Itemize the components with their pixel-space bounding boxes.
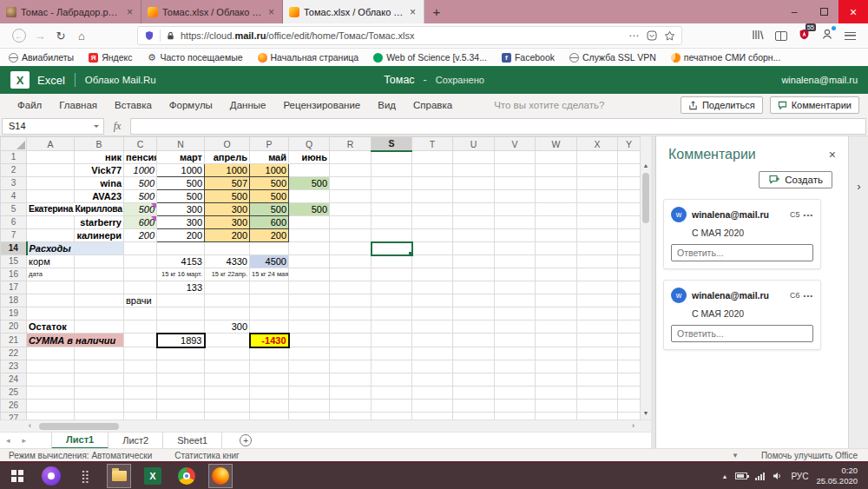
cell-S15[interactable] [372, 255, 412, 268]
cell-U5[interactable] [453, 203, 495, 216]
cell-C25[interactable] [124, 387, 157, 400]
bookmark-item[interactable]: ⚙Часто посещаемые [147, 52, 242, 63]
cell-U2[interactable] [453, 164, 495, 177]
column-header-X[interactable]: X [577, 137, 618, 151]
cell-B17[interactable] [75, 281, 124, 294]
cell-X27[interactable] [577, 413, 618, 420]
cell-N22[interactable] [157, 347, 205, 360]
row-header-19[interactable]: 19 [1, 307, 27, 320]
cell-R15[interactable] [330, 255, 372, 268]
cell-R7[interactable] [330, 229, 372, 242]
cell-S26[interactable] [372, 400, 412, 413]
cell-W4[interactable] [536, 190, 577, 203]
start-button[interactable] [5, 464, 30, 488]
cell-N2[interactable]: 1000 [157, 164, 205, 177]
formula-input[interactable] [130, 118, 866, 135]
cell-Q14[interactable] [289, 242, 330, 255]
cell-V18[interactable] [495, 294, 536, 307]
row-header-5[interactable]: 5 [1, 203, 27, 216]
cell-C16[interactable] [124, 268, 157, 281]
cell-R27[interactable] [330, 413, 372, 420]
cell-T21[interactable] [412, 334, 453, 347]
cell-N7[interactable]: 200 [157, 229, 205, 242]
cell-T5[interactable] [412, 203, 453, 216]
cell-X15[interactable] [577, 255, 618, 268]
cell-B16[interactable] [75, 268, 124, 281]
row-header-17[interactable]: 17 [1, 281, 27, 294]
cell-X21[interactable] [577, 334, 618, 347]
cell-X14[interactable] [577, 242, 618, 255]
cell-A19[interactable] [27, 307, 75, 320]
cell-R1[interactable] [330, 151, 372, 164]
language-indicator[interactable]: РУС [791, 472, 808, 481]
cell-W26[interactable] [536, 400, 577, 413]
cell-W23[interactable] [536, 360, 577, 373]
cell-V4[interactable] [495, 190, 536, 203]
cell-C1[interactable]: пенсия [124, 151, 157, 164]
row-header-2[interactable]: 2 [1, 164, 27, 177]
column-header-P[interactable]: P [250, 137, 289, 151]
cell-P24[interactable] [250, 373, 289, 387]
comments-button[interactable]: Комментарии [770, 96, 859, 114]
cell-W14[interactable] [536, 242, 577, 255]
cell-R21[interactable] [330, 334, 372, 347]
cell-A20[interactable]: Остаток [27, 320, 75, 334]
cell-A25[interactable] [27, 387, 75, 400]
cell-Y21[interactable] [618, 334, 641, 347]
back-button[interactable]: ← [9, 29, 30, 43]
browser-tab[interactable]: Томас.xlsx / Облако Mail.ru× [141, 0, 283, 23]
cell-Y14[interactable] [618, 242, 641, 255]
cell-S4[interactable] [372, 190, 412, 203]
cell-T23[interactable] [412, 360, 453, 373]
cell-A4[interactable] [27, 190, 75, 203]
taskbar-firefox-button[interactable] [208, 464, 233, 488]
row-header-24[interactable]: 24 [1, 373, 27, 387]
cell-P2[interactable]: 1000 [250, 164, 289, 177]
cell-V5[interactable] [495, 203, 536, 216]
reload-button[interactable]: ↻ [50, 30, 71, 43]
cell-B4[interactable]: AVA23 [75, 190, 124, 203]
cell-N26[interactable] [157, 400, 205, 413]
cell-W24[interactable] [536, 373, 577, 387]
bookmark-item[interactable]: печатное СМИ сборн... [671, 52, 781, 63]
cell-O25[interactable] [205, 387, 250, 400]
cell-O1[interactable]: апрель [205, 151, 250, 164]
cell-S2[interactable] [372, 164, 412, 177]
cell-P5[interactable]: 500 [250, 203, 289, 216]
cell-C23[interactable] [124, 360, 157, 373]
cell-O26[interactable] [205, 400, 250, 413]
cell-Y25[interactable] [618, 387, 641, 400]
column-header-U[interactable]: U [453, 137, 495, 151]
cell-T4[interactable] [412, 190, 453, 203]
cell-U16[interactable] [453, 268, 495, 281]
row-header-20[interactable]: 20 [1, 320, 27, 334]
cell-U1[interactable] [453, 151, 495, 164]
row-header-1[interactable]: 1 [1, 151, 27, 164]
cell-U6[interactable] [453, 216, 495, 229]
cell-Y6[interactable] [618, 216, 641, 229]
cell-O6[interactable]: 300 [205, 216, 250, 229]
column-header-N[interactable]: N [157, 137, 205, 151]
cell-C4[interactable]: 500 [124, 190, 157, 203]
cell-T2[interactable] [412, 164, 453, 177]
cell-W22[interactable] [536, 347, 577, 360]
cell-T18[interactable] [412, 294, 453, 307]
cell-V2[interactable] [495, 164, 536, 177]
cell-U19[interactable] [453, 307, 495, 320]
cell-Q4[interactable] [289, 190, 330, 203]
cell-O23[interactable] [205, 360, 250, 373]
cell-R18[interactable] [330, 294, 372, 307]
sheet-next-icon[interactable]: ▸ [16, 436, 33, 445]
cell-S6[interactable] [372, 216, 412, 229]
bookmark-item[interactable]: fFacebook [502, 52, 555, 63]
cell-X22[interactable] [577, 347, 618, 360]
cell-N19[interactable] [157, 307, 205, 320]
cell-P6[interactable]: 600 [250, 216, 289, 229]
cell-B1[interactable]: ник [75, 151, 124, 164]
browser-tab[interactable]: Томас.xlsx / Облако Mail.ru× [283, 0, 424, 23]
cell-T19[interactable] [412, 307, 453, 320]
cell-P14[interactable] [250, 242, 289, 255]
cell-X4[interactable] [577, 190, 618, 203]
column-header-W[interactable]: W [536, 137, 577, 151]
cell-Y4[interactable] [618, 190, 641, 203]
